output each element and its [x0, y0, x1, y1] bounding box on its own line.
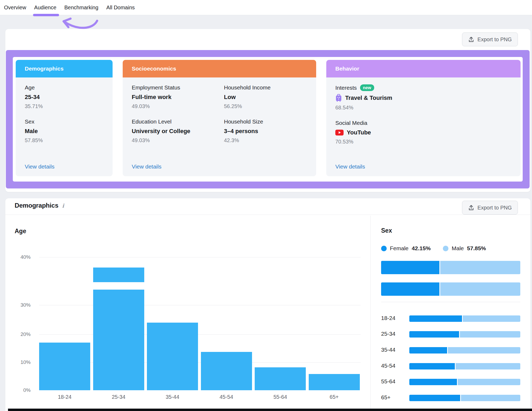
view-details-link-behavior[interactable]: View details: [335, 163, 365, 170]
info-icon[interactable]: i: [62, 203, 64, 209]
age-bar-25-34-cap: [93, 268, 144, 282]
header-divider: [5, 215, 530, 215]
y-axis-tick: 30%: [12, 302, 31, 308]
metric-value: 3–4 persons: [224, 128, 316, 135]
x-axis-label-18-24: 18-24: [39, 394, 90, 400]
sex-row-label-25-34: 25-34: [381, 331, 395, 337]
metric-household-income: Household IncomeLow56.25%: [224, 84, 316, 109]
chart-gridline: [39, 305, 361, 305]
view-details-link-demographics[interactable]: View details: [25, 163, 55, 170]
nav-tab-label: All Domains: [106, 5, 135, 11]
card-body: Age25-3435.71%SexMale57.85%: [16, 77, 113, 176]
sex-overall-bar-2: [381, 282, 520, 296]
upload-icon: [468, 36, 474, 43]
sex-row-label-45-54: 45-54: [381, 363, 395, 369]
x-axis-label-25-34: 25-34: [93, 394, 144, 400]
sex-section-divider: [381, 302, 520, 302]
metric-percent: 35.71%: [25, 103, 113, 109]
metric-value: Travel & Tourism: [335, 94, 521, 102]
male-segment: [461, 395, 520, 401]
female-segment: [409, 363, 455, 369]
sex-row-bar-45-54: [409, 363, 520, 369]
metric-label-text: Household Income: [224, 84, 271, 91]
y-axis-tick: 10%: [12, 359, 31, 365]
metric-value: University or College: [132, 128, 224, 135]
metric-value-text: University or College: [132, 128, 190, 135]
male-segment: [440, 261, 520, 274]
card-body: InterestsnewTravel & Tourism68.54%Social…: [326, 77, 521, 176]
age-bar-35-44: [147, 323, 198, 390]
export-png-button[interactable]: Export to PNG: [462, 32, 518, 46]
summary-cards: DemographicsAge25-3435.71%SexMale57.85%V…: [13, 57, 523, 182]
legend-value: 57.85%: [467, 245, 486, 252]
male-segment: [448, 347, 520, 354]
metric-label: Household Size: [224, 118, 316, 125]
metric-label: Sex: [25, 118, 113, 125]
metric-percent: 70.53%: [335, 139, 521, 145]
female-segment: [409, 315, 462, 322]
x-axis-label-65+: 65+: [309, 394, 360, 400]
new-badge: new: [360, 84, 374, 91]
age-bar-65+: [309, 374, 360, 390]
sex-row-label-55-64: 55-64: [381, 378, 395, 385]
age-bar-45-54: [201, 352, 252, 390]
legend-value: 42.15%: [412, 245, 431, 252]
sex-row-label-65+: 65+: [381, 394, 391, 401]
age-bar-25-34: [93, 290, 144, 390]
summary-card-socioeconomics: SocioeconomicsEmployment StatusFull-time…: [123, 60, 316, 176]
age-bar-18-24: [39, 343, 90, 390]
demographics-title-text: Demographics: [15, 202, 58, 209]
nav-tab-audience[interactable]: Audience: [34, 0, 56, 15]
demographics-title: Demographicsi: [15, 202, 64, 209]
male-segment: [440, 282, 520, 296]
screen: OverviewAudienceBenchmarkingAll Domains …: [0, 0, 532, 411]
card-column: InterestsnewTravel & Tourism68.54%Social…: [335, 84, 521, 176]
male-segment: [458, 379, 520, 385]
metric-value: YouTube: [335, 129, 521, 136]
summary-card-behavior: BehaviorInterestsnewTravel & Tourism68.5…: [326, 60, 521, 176]
metric-value: 25-34: [25, 94, 113, 101]
view-details-link-socioeconomics[interactable]: View details: [132, 163, 162, 170]
card-column: Employment StatusFull-time work49.03%Edu…: [132, 84, 224, 176]
sex-overall-bar: [381, 261, 520, 274]
card-title: Demographics: [25, 65, 64, 72]
metric-percent: 49.03%: [132, 137, 224, 143]
metric-value-text: Low: [224, 94, 236, 101]
sex-chart-title: Sex: [381, 227, 392, 234]
metric-percent: 68.54%: [335, 105, 521, 111]
legend-dot-male: [443, 246, 448, 251]
sex-row-bar-55-64: [409, 379, 520, 385]
y-axis-tick: 20%: [12, 331, 31, 337]
metric-value: Male: [25, 128, 113, 135]
female-segment: [381, 282, 439, 296]
female-segment: [409, 331, 459, 338]
metric-value-text: Full-time work: [132, 94, 171, 101]
male-segment: [463, 315, 520, 322]
export-png-label: Export to PNG: [477, 205, 512, 211]
y-axis-tick: 0%: [12, 387, 31, 393]
luggage-icon: [335, 94, 342, 102]
export-png-button-2[interactable]: Export to PNG: [462, 201, 518, 215]
age-bar-55-64: [255, 367, 306, 390]
chart-vertical-divider: [370, 216, 371, 409]
metric-interests: InterestsnewTravel & Tourism68.54%: [335, 84, 521, 111]
card-column: Age25-3435.71%SexMale57.85%: [25, 84, 113, 176]
legend-dot-female: [381, 246, 387, 251]
card-header-demographics: Demographics: [16, 60, 113, 77]
nav-tab-overview[interactable]: Overview: [4, 0, 26, 15]
metric-label-text: Sex: [25, 118, 34, 125]
sex-row-bar-65+: [409, 395, 520, 401]
youtube-icon: [335, 130, 344, 135]
sex-row-bar-25-34: [409, 331, 520, 338]
metric-percent: 57.85%: [25, 137, 113, 143]
audience-arrow-icon: [55, 13, 100, 32]
metric-education-level: Education LevelUniversity or College49.0…: [132, 118, 224, 143]
metric-label: Interestsnew: [335, 84, 521, 91]
male-segment: [456, 363, 520, 369]
upload-icon: [468, 205, 474, 211]
metric-percent: 42.3%: [224, 137, 316, 143]
nav-tab-all-domains[interactable]: All Domains: [106, 0, 135, 15]
legend-label: Female: [390, 245, 409, 252]
metric-label-text: Education Level: [132, 118, 171, 125]
nav-tab-label: Audience: [34, 5, 56, 11]
